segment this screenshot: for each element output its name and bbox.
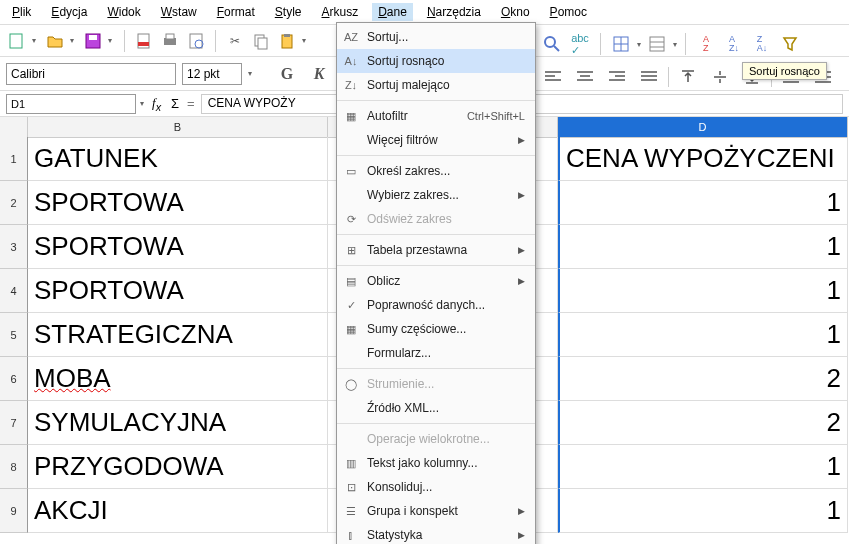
cell[interactable]: 2 [558,401,848,445]
menu-narzędzia[interactable]: Narzędzia [421,3,487,21]
menu-item[interactable]: Z↓Sortuj malejąco [337,73,535,97]
menu-item-icon: ⫿ [341,526,361,544]
menu-item: Operacje wielokrotne... [337,427,535,451]
cell[interactable]: 1 [558,269,848,313]
find-icon[interactable] [540,32,564,56]
menu-item[interactable]: Wybierz zakres...▶ [337,183,535,207]
sort-asc-icon[interactable]: AZ↓ [722,32,746,56]
spellcheck-icon[interactable]: abc✓ [568,32,592,56]
row-header[interactable]: 8 [0,445,28,489]
col-header-B[interactable]: B [28,117,328,138]
menu-item: ⟳Odśwież zakres [337,207,535,231]
row-header[interactable]: 5 [0,313,28,357]
save-icon[interactable] [82,30,104,52]
fx-icon[interactable]: fx [148,95,165,113]
cell[interactable]: 1 [558,225,848,269]
svg-line-14 [554,46,559,51]
menu-item[interactable]: ⫿Statystyka▶ [337,523,535,544]
print-preview-icon[interactable] [185,30,207,52]
menu-item-label: Wybierz zakres... [367,188,512,202]
menu-item[interactable]: ▤Oblicz▶ [337,269,535,293]
cell[interactable]: SPORTOWA [28,269,328,313]
menu-item[interactable]: ▥Tekst jako kolumny... [337,451,535,475]
font-size-input[interactable] [182,63,242,85]
cell[interactable]: GATUNEK [28,137,328,181]
menu-item-label: Sortuj... [367,30,525,44]
grid-icon[interactable] [609,32,633,56]
cut-icon[interactable]: ✂ [224,30,246,52]
row-header[interactable]: 6 [0,357,28,401]
row-header[interactable]: 9 [0,489,28,533]
cell[interactable]: STRATEGICZNA [28,313,328,357]
menu-item[interactable]: Źródło XML... [337,396,535,420]
row-header[interactable]: 2 [0,181,28,225]
font-name-input[interactable] [6,63,176,85]
cell-reference-input[interactable] [6,94,136,114]
menu-style[interactable]: Style [269,3,308,21]
menu-item-icon: Z↓ [341,76,361,94]
menu-pomoc[interactable]: Pomoc [544,3,593,21]
paste-icon[interactable] [276,30,298,52]
menu-arkusz[interactable]: Arkusz [315,3,364,21]
cell[interactable]: CENA WYPOŻYCZENI [558,137,848,181]
cell[interactable]: SPORTOWA [28,225,328,269]
menu-item[interactable]: ⊡Konsoliduj... [337,475,535,499]
italic-button[interactable]: K [306,63,332,85]
menu-edycja[interactable]: Edycja [45,3,93,21]
cell[interactable]: SYMULACYJNA [28,401,328,445]
menu-item[interactable]: Więcej filtrów▶ [337,128,535,152]
align-center-icon[interactable] [572,66,598,88]
menu-okno[interactable]: Okno [495,3,536,21]
menu-item[interactable]: ☰Grupa i konspekt▶ [337,499,535,523]
row-header[interactable]: 3 [0,225,28,269]
align-middle-icon[interactable] [707,66,733,88]
cell[interactable]: AKCJI [28,489,328,533]
sum-icon[interactable]: Σ [169,96,181,111]
row-header[interactable]: 1 [0,137,28,181]
cell[interactable]: 1 [558,313,848,357]
col-header-D[interactable]: D [558,117,848,138]
align-left-icon[interactable] [540,66,566,88]
open-icon[interactable] [44,30,66,52]
menu-plik[interactable]: Plik [6,3,37,21]
grid2-icon[interactable] [645,32,669,56]
print-icon[interactable] [159,30,181,52]
export-pdf-icon[interactable] [133,30,155,52]
align-right-icon[interactable] [604,66,630,88]
menu-item[interactable]: ⊞Tabela przestawna▶ [337,238,535,262]
menu-item-icon [341,186,361,204]
row-header[interactable]: 4 [0,269,28,313]
menu-item[interactable]: ▭Określ zakres... [337,159,535,183]
menu-item[interactable]: AZSortuj... [337,25,535,49]
menu-item-icon: ⊞ [341,241,361,259]
align-justify-icon[interactable] [636,66,662,88]
sort-desc-icon[interactable]: ZA↓ [750,32,774,56]
cell[interactable]: 1 [558,445,848,489]
menu-item[interactable]: ▦AutofiltrCtrl+Shift+L [337,104,535,128]
menu-widok[interactable]: Widok [101,3,146,21]
new-icon[interactable] [6,30,28,52]
row-header[interactable]: 7 [0,401,28,445]
cell[interactable]: 1 [558,489,848,533]
equals-icon[interactable]: = [185,96,197,111]
menu-item[interactable]: ✓Poprawność danych... [337,293,535,317]
menu-format[interactable]: Format [211,3,261,21]
svg-rect-6 [166,34,174,39]
menu-item[interactable]: A↓Sortuj rosnąco [337,49,535,73]
autofilter-icon[interactable] [778,32,802,56]
menu-item-icon: AZ [341,28,361,46]
menu-item[interactable]: Formularz... [337,341,535,365]
menu-wstaw[interactable]: Wstaw [155,3,203,21]
cell[interactable]: 1 [558,181,848,225]
menu-item-icon [341,430,361,448]
bold-button[interactable]: G [274,63,300,85]
menu-dane[interactable]: Dane [372,3,413,21]
align-top-icon[interactable] [675,66,701,88]
cell[interactable]: 2 [558,357,848,401]
cell[interactable]: MOBA [28,357,328,401]
copy-icon[interactable] [250,30,272,52]
menu-item[interactable]: ▦Sumy częściowe... [337,317,535,341]
cell[interactable]: SPORTOWA [28,181,328,225]
sort-config-icon[interactable]: AZ [694,32,718,56]
cell[interactable]: PRZYGODOWA [28,445,328,489]
